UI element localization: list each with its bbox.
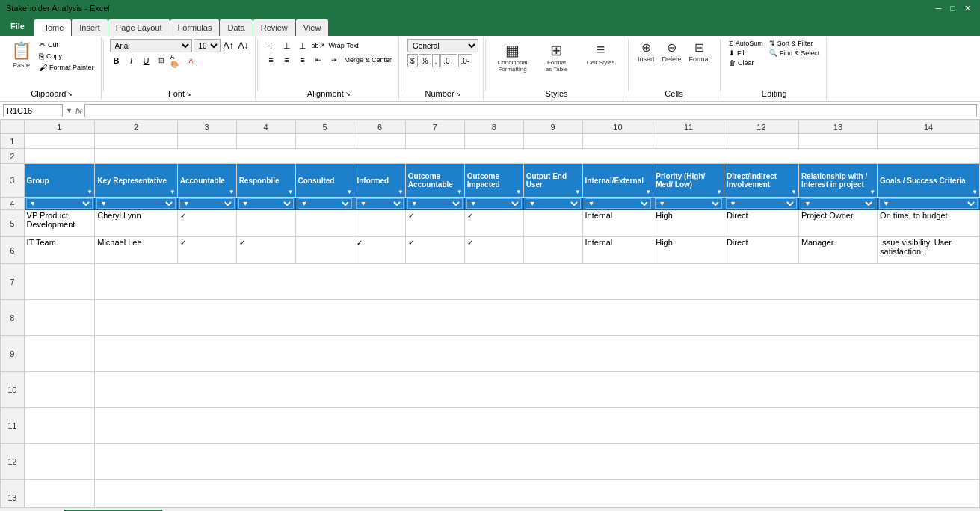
header-cell-group[interactable]: Group ▼ [24, 164, 95, 198]
col-header-12[interactable]: 12 [724, 120, 798, 134]
filter-select-10[interactable]: ▼ [585, 198, 652, 209]
percent-button[interactable]: % [419, 54, 431, 67]
filter-select-6[interactable]: ▼ [356, 198, 403, 209]
filter-cell-2[interactable]: ▼ [95, 198, 177, 210]
col-header-10[interactable]: 10 [582, 120, 653, 134]
col-header-14[interactable]: 14 [878, 120, 980, 134]
align-center-button[interactable]: ≡ [280, 53, 295, 67]
header-cell-responsible[interactable]: Responbile ▼ [236, 164, 295, 198]
increase-font-button[interactable]: A↑ [222, 39, 235, 52]
cell-1-5[interactable] [295, 134, 354, 149]
font-color-button[interactable]: A [185, 54, 198, 67]
merge-center-button[interactable]: Merge & Center [342, 53, 395, 67]
filter-select-3[interactable]: ▼ [179, 198, 235, 209]
cell-6-10[interactable]: Internal [582, 237, 653, 264]
filter-cell-11[interactable]: ▼ [653, 198, 724, 210]
filter-cell-13[interactable]: ▼ [798, 198, 877, 210]
header-cell-outcome-imp[interactable]: Outcome Impacted ▼ [464, 164, 523, 198]
header-cell-internal-ext[interactable]: Internal/External ▼ [582, 164, 653, 198]
row-header-10[interactable]: 10 [1, 372, 25, 408]
sort-filter-button[interactable]: ⇅ Sort & Filter [767, 39, 822, 48]
cell-1-10[interactable] [582, 134, 653, 149]
cell-1-4[interactable] [236, 134, 295, 149]
header-cell-informed[interactable]: Informed ▼ [354, 164, 405, 198]
align-middle-button[interactable]: ⊥ [280, 39, 295, 52]
format-button[interactable]: ⊟ Format [686, 39, 714, 64]
filter-dropdown-informed[interactable]: ▼ [398, 189, 404, 195]
row-header-9[interactable]: 9 [1, 336, 25, 372]
delete-button[interactable]: ⊖ Delete [659, 39, 685, 64]
tab-insert[interactable]: Insert [72, 19, 108, 36]
cell-8-rest[interactable] [95, 300, 980, 336]
cell-6-1[interactable]: IT Team [24, 237, 95, 264]
cell-12-1[interactable] [24, 444, 95, 480]
autosum-button[interactable]: Σ AutoSum [727, 39, 765, 48]
cell-13-rest[interactable] [95, 480, 980, 508]
decrease-indent-button[interactable]: ⇤ [311, 53, 326, 67]
filter-dropdown-goals[interactable]: ▼ [972, 189, 978, 195]
filter-cell-3[interactable]: ▼ [177, 198, 236, 210]
cell-reference-input[interactable] [3, 104, 63, 117]
row-header-8[interactable]: 8 [1, 300, 25, 336]
row-header-7[interactable]: 7 [1, 264, 25, 300]
cell-1-9[interactable] [523, 134, 582, 149]
italic-button[interactable]: I [125, 54, 138, 67]
minimize-button[interactable]: ─ [933, 4, 945, 13]
cell-11-rest[interactable] [95, 408, 980, 444]
cell-1-1[interactable] [24, 134, 95, 149]
cell-5-8[interactable]: ✓ [464, 210, 523, 237]
border-button[interactable]: ⊞ [155, 54, 168, 67]
row-header-1[interactable]: 1 [1, 134, 25, 149]
format-painter-button[interactable]: 🖌 Format Painter [37, 62, 96, 73]
col-header-2[interactable]: 2 [95, 120, 177, 134]
filter-cell-14[interactable]: ▼ [878, 198, 980, 210]
cell-5-7[interactable]: ✓ [405, 210, 464, 237]
cell-7-1[interactable] [24, 264, 95, 300]
cell-6-14[interactable]: Issue visibility. User satisfaction. [878, 237, 980, 264]
filter-select-14[interactable]: ▼ [879, 198, 978, 209]
filter-dropdown-rep[interactable]: ▼ [170, 189, 176, 195]
wrap-text-button[interactable]: Wrap Text [327, 39, 361, 52]
cell-1-6[interactable] [354, 134, 405, 149]
row-header-4[interactable]: 4 [1, 198, 25, 210]
cell-1-13[interactable] [798, 134, 877, 149]
copy-button[interactable]: ⎘ Copy [37, 51, 96, 61]
number-format-select[interactable]: General [407, 39, 478, 52]
header-cell-outcome-acc[interactable]: Outcome Accountable ▼ [405, 164, 464, 198]
col-header-3[interactable]: 3 [177, 120, 236, 134]
filter-dropdown-outcome-imp[interactable]: ▼ [516, 189, 522, 195]
cell-9-rest[interactable] [95, 336, 980, 372]
filter-cell-5[interactable]: ▼ [295, 198, 354, 210]
filter-select-9[interactable]: ▼ [526, 198, 581, 209]
tab-data[interactable]: Data [220, 19, 252, 36]
filter-dropdown-consulted[interactable]: ▼ [347, 189, 353, 195]
header-cell-rep[interactable]: Key Representative ▼ [95, 164, 177, 198]
formula-input[interactable] [84, 104, 977, 117]
filter-dropdown-accountable[interactable]: ▼ [229, 189, 235, 195]
clear-button[interactable]: 🗑 Clear [727, 58, 765, 67]
cell-6-12[interactable]: Direct [724, 237, 798, 264]
cell-6-4[interactable]: ✓ [236, 237, 295, 264]
cell-11-1[interactable] [24, 408, 95, 444]
row-header-13[interactable]: 13 [1, 480, 25, 508]
comma-button[interactable]: , [432, 54, 440, 67]
decrease-font-button[interactable]: A↓ [237, 39, 250, 52]
insert-button[interactable]: ⊕ Insert [635, 39, 658, 64]
increase-decimal-button[interactable]: .0+ [440, 54, 457, 67]
cell-styles-button[interactable]: ≡ Cell Styles [580, 39, 621, 68]
cell-ref-dropdown[interactable]: ▼ [66, 107, 73, 114]
cell-5-5[interactable] [295, 210, 354, 237]
tab-formulas[interactable]: Formulas [170, 19, 220, 36]
cell-6-6[interactable]: ✓ [354, 237, 405, 264]
align-left-button[interactable]: ≡ [264, 53, 279, 67]
filter-cell-9[interactable]: ▼ [523, 198, 582, 210]
fill-color-button[interactable]: A🎨 [170, 54, 183, 67]
header-cell-involvement[interactable]: Direct/Indirect Involvement ▼ [724, 164, 798, 198]
cell-5-12[interactable]: Direct [724, 210, 798, 237]
cell-1-11[interactable] [653, 134, 724, 149]
col-header-13[interactable]: 13 [798, 120, 877, 134]
cell-1-12[interactable] [724, 134, 798, 149]
row-header-3[interactable]: 3 [1, 164, 25, 198]
format-as-table-button[interactable]: ⊞ Formatas Table [536, 39, 577, 76]
row-header-12[interactable]: 12 [1, 444, 25, 480]
